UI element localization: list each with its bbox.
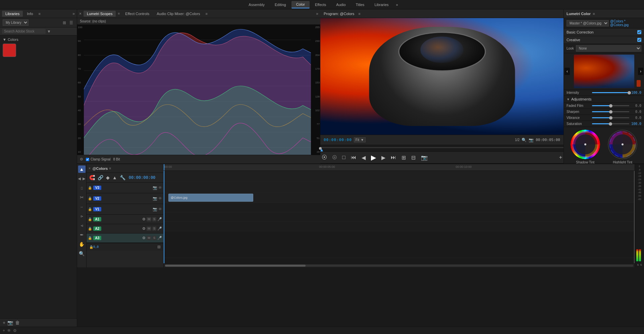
play-btn[interactable]: ▶ [370, 153, 377, 162]
trash-icon[interactable]: 🗑 [15, 320, 20, 325]
hand-btn[interactable]: ✋ [78, 241, 86, 248]
vibrance-slider[interactable] [592, 117, 629, 118]
add-library-icon[interactable]: + [3, 320, 5, 325]
camera-icon[interactable]: 📷 [529, 138, 534, 142]
slide-btn[interactable]: ⊲ [78, 222, 86, 229]
nav-titles[interactable]: Titles [351, 1, 369, 8]
tab-effect-controls[interactable]: Effect Controls [122, 11, 153, 17]
v1-lock-icon[interactable]: 🔒 [88, 207, 92, 211]
v3-label[interactable]: V3 [93, 186, 101, 190]
add-marker-btn[interactable]: + [558, 154, 564, 161]
adjustments-header[interactable]: ▼ Adjustments [564, 96, 644, 103]
a3-mic-icon[interactable]: 🎤 [157, 236, 162, 240]
insert-btn[interactable]: ⊞ [400, 154, 407, 161]
grid-view-icon[interactable]: ⊞ [62, 20, 67, 25]
search-filter-icon[interactable]: ▼ [47, 29, 51, 34]
playhead-timecode[interactable]: 00:00:00:00 [324, 138, 352, 142]
camera-icon[interactable]: 📷 [7, 320, 13, 325]
nav-color[interactable]: Color [291, 1, 310, 8]
timeline-menu-icon[interactable]: ≡ [109, 166, 111, 170]
creative-checkbox[interactable] [637, 38, 641, 42]
rate-stretch-btn[interactable]: ↔ [78, 203, 86, 210]
mark-clip-btn[interactable]: □ [341, 154, 347, 161]
library-dropdown[interactable]: My Library [3, 19, 29, 26]
sharpen-thumb[interactable] [609, 110, 612, 114]
tab-info[interactable]: Info [23, 11, 36, 17]
v2-camera-icon[interactable]: 📷 [153, 196, 157, 201]
tl-insert-marker[interactable]: ▲ [112, 174, 118, 181]
faded-film-thumb[interactable] [609, 104, 612, 108]
saturation-thumb[interactable] [609, 122, 612, 126]
settings-icon[interactable]: ⚙ [13, 328, 17, 333]
v3-lock-icon[interactable]: 🔒 [88, 186, 92, 190]
v3-eye-icon[interactable]: 👁 [158, 186, 162, 190]
tab-lumetri-scopes[interactable]: Lumetri Scopes [84, 11, 116, 17]
a3-label[interactable]: A3 [93, 236, 101, 240]
tl-wrench[interactable]: 🔧 [119, 174, 126, 181]
a2-label[interactable]: A2 [93, 226, 101, 231]
tab-audio-mixer[interactable]: Audio Clip Mixer: @Colors [153, 11, 203, 17]
zoom-btn[interactable]: 🔍 [78, 250, 86, 257]
mark-out-btn[interactable]: ⦾ [331, 154, 338, 161]
a1-mute-btn[interactable]: M [147, 217, 151, 221]
add-panel-icon[interactable]: + [3, 328, 5, 333]
tl-linked-tool[interactable]: 🔗 [97, 174, 104, 181]
basic-correction-checkbox[interactable] [637, 30, 641, 34]
a1-solo-btn[interactable]: S [152, 217, 156, 221]
vibrance-thumb[interactable] [609, 116, 612, 120]
v2-eye-icon[interactable]: 👁 [158, 196, 162, 201]
left-panel-menu-icon[interactable]: ≡ [37, 11, 42, 16]
nav-audio[interactable]: Audio [331, 1, 350, 8]
overwrite-btn[interactable]: ⊟ [410, 154, 417, 161]
go-to-in-btn[interactable]: ⏮ [350, 154, 358, 161]
a2-solo-btn[interactable]: S [152, 226, 156, 231]
fit-dropdown[interactable]: Fit ▼ [354, 137, 366, 142]
a1-mic-icon[interactable]: 🎤 [157, 217, 162, 221]
scope-settings-icon[interactable]: ⚙ [80, 157, 83, 161]
shadow-tint-wheel[interactable] [571, 130, 600, 159]
scrubber-area[interactable] [320, 145, 564, 151]
go-to-out-btn[interactable]: ⏭ [389, 154, 397, 161]
color-swatch[interactable] [3, 44, 16, 57]
nav-libraries[interactable]: Libraries [370, 1, 393, 8]
master-dropdown[interactable]: Master * @Colors.jpg [567, 20, 609, 26]
basic-correction-section[interactable]: Basic Correction [564, 28, 644, 36]
left-panel-expand[interactable]: » [72, 11, 75, 16]
zoom-icon[interactable]: 🔍 [522, 138, 527, 142]
nav-editing[interactable]: Editing [270, 1, 291, 8]
a1-lock-icon[interactable]: 🔒 [88, 217, 92, 221]
look-dropdown[interactable]: None [576, 45, 641, 52]
a1-label[interactable]: A1 [93, 217, 101, 221]
razor-btn[interactable]: ✂ [78, 194, 86, 201]
scrollbar-thumb[interactable] [165, 265, 306, 267]
mark-in-btn[interactable]: ⦿ [320, 154, 328, 161]
v1-eye-icon[interactable]: 👁 [158, 207, 162, 211]
nav-more[interactable]: » [394, 1, 400, 8]
a3-solo-btn[interactable]: S [152, 236, 156, 240]
a2-mic-icon[interactable]: 🎤 [157, 226, 162, 231]
scopes-panel-menu[interactable]: ≡ [204, 11, 209, 16]
intensity-thumb[interactable] [628, 91, 631, 94]
scopes-expand[interactable]: » [316, 11, 318, 16]
lumetri-menu-icon[interactable]: ≡ [593, 12, 595, 16]
scopes-menu-icon[interactable]: ≡ [116, 11, 121, 16]
select-tool-btn[interactable]: ▲ [78, 165, 86, 173]
timeline-close[interactable]: × [87, 166, 93, 170]
program-menu-icon[interactable]: ≡ [358, 12, 360, 16]
scrubber-playhead[interactable] [319, 147, 322, 150]
thumb-prev-btn[interactable]: ‹ [565, 68, 570, 75]
export-btn[interactable]: 📷 [420, 154, 429, 161]
set-offset-btn[interactable]: ⊞ [157, 245, 161, 249]
creative-section[interactable]: Creative [564, 36, 644, 44]
nav-effects[interactable]: Effects [310, 1, 331, 8]
list-view-icon[interactable]: ☰ [68, 20, 74, 25]
step-forward-btn[interactable]: ▶ [380, 154, 387, 161]
pen-btn[interactable]: ✒ [78, 231, 86, 239]
thumb-next-btn[interactable]: › [638, 68, 643, 75]
sharpen-slider[interactable] [592, 111, 629, 112]
tab-libraries[interactable]: Libraries [2, 11, 23, 17]
a2-mute-btn[interactable]: M [147, 226, 151, 231]
nav-assembly[interactable]: Assembly [244, 1, 269, 8]
clip-block[interactable]: @Colors.jpg [168, 194, 253, 202]
a2-settings-icon[interactable]: ⚙ [142, 226, 146, 231]
